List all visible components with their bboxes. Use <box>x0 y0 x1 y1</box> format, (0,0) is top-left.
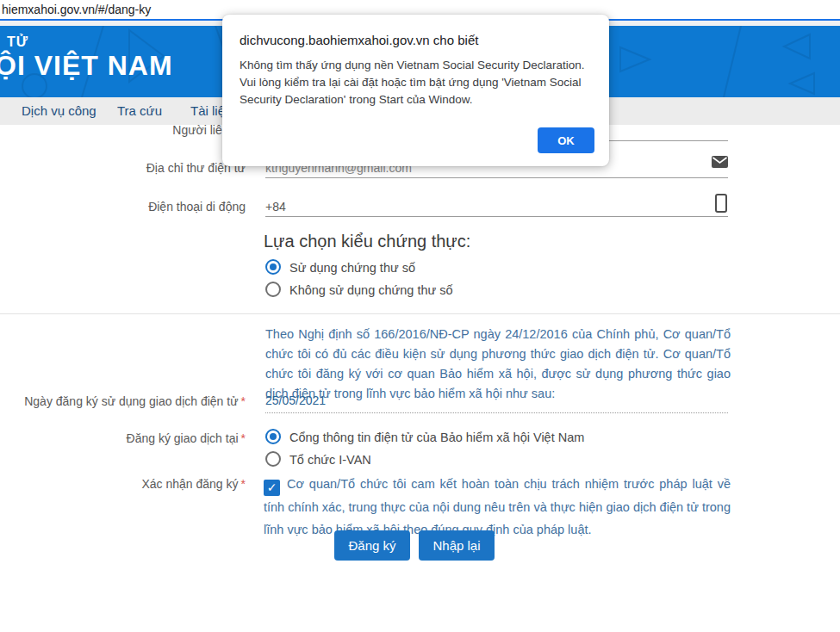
browser-alert-dialog: dichvucong.baohiemxahoi.gov.vn cho biết … <box>222 15 609 166</box>
confirm-label: Xác nhận đăng ký* <box>0 477 246 491</box>
dialog-message: Không tìm thấy ứng dụng nền Vietnam Soci… <box>240 57 593 108</box>
confirm-text: Cơ quan/Tổ chức tôi cam kết hoàn toàn ch… <box>264 477 731 536</box>
smartphone-icon <box>715 194 727 216</box>
site-logo-line1: TỬ <box>7 34 28 50</box>
radio-ivan[interactable] <box>265 451 281 467</box>
email-label: Địa chỉ thư điện tử <box>0 161 246 175</box>
radio-label-no-digital-certificate[interactable]: Không sử dụng chứng thư số <box>289 283 453 297</box>
phone-value[interactable]: +84 <box>265 200 286 214</box>
dialog-title: dichvucong.baohiemxahoi.gov.vn cho biết <box>240 33 478 47</box>
date-input-underline[interactable] <box>265 412 728 413</box>
radio-label-portal-bhxh[interactable]: Cổng thông tin điện tử của Bảo hiểm xã h… <box>289 431 584 444</box>
nav-item-dich-vu-cong[interactable]: Dịch vụ công <box>22 103 96 118</box>
date-value[interactable]: 25/05/2021 <box>265 393 326 407</box>
confirm-required-mark: * <box>241 477 246 491</box>
contact-label: Người liên hệ <box>0 123 246 137</box>
confirm-block: ✓Cơ quan/Tổ chức tôi cam kết hoàn toàn c… <box>264 473 731 541</box>
register-at-required-mark: * <box>241 431 246 445</box>
site-logo-line2: ỘI VIỆT NAM <box>0 50 173 82</box>
register-at-label-text: Đăng ký giao dịch tại <box>127 431 239 445</box>
radio-use-digital-certificate[interactable] <box>265 259 281 275</box>
url-text[interactable]: hiemxahoi.gov.vn/#/dang-ky <box>2 3 151 16</box>
confirm-checkbox[interactable]: ✓ <box>264 480 280 496</box>
dialog-ok-button[interactable]: OK <box>538 127 594 153</box>
radio-label-use-digital-certificate[interactable]: Sử dụng chứng thư số <box>289 261 415 275</box>
date-required-mark: * <box>241 394 246 408</box>
screen: hiemxahoi.gov.vn/#/dang-ky TỬ <box>0 0 840 632</box>
register-button[interactable]: Đăng ký <box>334 530 410 561</box>
decree-paragraph: Theo Nghị định số 166/2016/NĐ-CP ngày 24… <box>265 325 731 404</box>
date-label-text: Ngày đăng ký sử dụng giao dịch điện tử <box>24 394 238 408</box>
nav-item-tra-cuu[interactable]: Tra cứu <box>117 103 162 118</box>
phone-input-underline[interactable] <box>265 216 728 217</box>
email-input-underline[interactable] <box>265 177 728 178</box>
auth-section-heading: Lựa chọn kiểu chứng thực: <box>264 232 470 251</box>
radio-portal-bhxh[interactable] <box>265 429 281 444</box>
radio-label-ivan[interactable]: Tổ chức I-VAN <box>289 453 371 467</box>
date-label: Ngày đăng ký sử dụng giao dịch điện tử* <box>0 394 246 408</box>
confirm-label-text: Xác nhận đăng ký <box>141 477 238 491</box>
phone-label: Điện thoại di động <box>0 200 246 214</box>
section-divider <box>0 313 840 314</box>
radio-no-digital-certificate[interactable] <box>265 282 281 297</box>
reset-button[interactable]: Nhập lại <box>419 530 495 561</box>
mail-icon <box>712 156 728 171</box>
register-at-label: Đăng ký giao dịch tại* <box>0 431 246 445</box>
